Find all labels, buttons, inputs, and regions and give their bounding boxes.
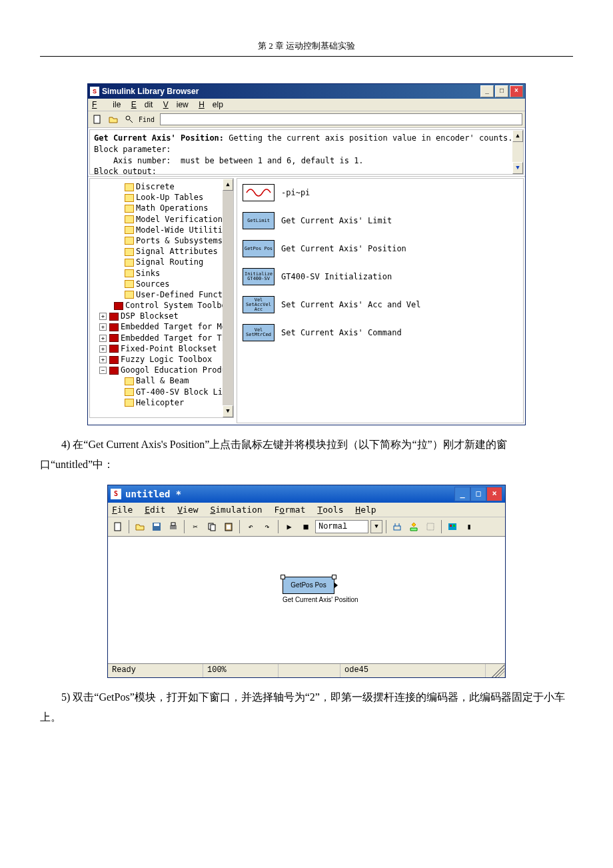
tree-item[interactable]: Signal Attributes (90, 246, 233, 257)
new-button[interactable] (111, 519, 125, 534)
print-button[interactable] (166, 519, 181, 534)
block-item[interactable]: GetLimit Get Current Axis' Limit (243, 212, 518, 229)
simulation-mode-select[interactable]: Normal (315, 520, 368, 533)
tree-item[interactable]: +Embedded Target for TI C6000 D (90, 333, 233, 343)
setaccvel-icon: Vel SetAccVel Acc (243, 296, 275, 313)
tree-item[interactable]: Sinks (90, 268, 233, 279)
desc-scrollbar[interactable]: ▲ ▼ (512, 130, 523, 174)
scroll-down-icon[interactable]: ▼ (223, 405, 233, 417)
output-port-icon[interactable] (334, 583, 338, 588)
tree-item[interactable]: Discrete (90, 181, 233, 192)
menu-edit[interactable]: Edit (131, 100, 153, 109)
titlebar[interactable]: S untitled * _ □ × (108, 485, 505, 503)
tree-item[interactable]: +DSP Blockset (90, 311, 233, 321)
maximize-button[interactable]: □ (470, 487, 486, 501)
menu-help[interactable]: Help (355, 505, 376, 515)
tree-item[interactable]: Control System Toolbox (90, 300, 233, 311)
menubar: File Edit View Help (88, 99, 525, 111)
tree-item[interactable]: Ball & Beam (90, 375, 233, 386)
tree-item[interactable]: Signal Routing (90, 257, 233, 267)
tool-icon[interactable] (390, 519, 404, 534)
tool-icon[interactable]: ▮ (462, 519, 476, 534)
tool-icon[interactable] (406, 519, 421, 534)
minimize-button[interactable]: _ (480, 85, 494, 97)
simulink-library-browser-window: S Simulink Library Browser _ □ × File Ed… (87, 83, 526, 425)
menu-format[interactable]: Format (275, 505, 306, 515)
redo-button[interactable]: ↷ (260, 519, 275, 534)
untitled-model-window: S untitled * _ □ × File Edit View Simula… (107, 485, 506, 678)
find-icon[interactable] (123, 113, 136, 126)
menu-view[interactable]: View (163, 100, 189, 109)
tree-item[interactable]: Helicopter (90, 397, 233, 408)
find-label: Find (139, 116, 155, 123)
tree-item[interactable]: +Fixed-Point Blockset (90, 343, 233, 354)
tree-item[interactable]: GT-400-SV Block Library (90, 387, 233, 397)
new-button[interactable] (91, 113, 104, 126)
menu-file[interactable]: File (112, 505, 133, 515)
scroll-up-icon[interactable]: ▲ (223, 179, 233, 191)
init-icon: Initialize GT400-SV (243, 268, 275, 285)
tree-item[interactable]: +Embedded Target for Motorola M (90, 321, 233, 332)
scroll-up-icon[interactable]: ▲ (512, 130, 523, 142)
block-item-getpos[interactable]: GetPos Pos Get Current Axis' Position (243, 240, 518, 257)
open-button[interactable] (133, 519, 147, 534)
resize-grip-icon[interactable] (486, 664, 505, 677)
undo-button[interactable]: ↶ (243, 519, 258, 534)
copy-button[interactable] (205, 519, 219, 534)
svg-rect-6 (170, 525, 177, 529)
svg-rect-3 (115, 523, 121, 531)
tree-scrollbar[interactable]: ▲ ▼ (223, 179, 233, 417)
block-item[interactable]: Initialize GT400-SV GT400-SV Initializat… (243, 268, 518, 285)
menu-file[interactable]: File (92, 100, 121, 109)
minimize-button[interactable]: _ (454, 487, 470, 501)
start-button[interactable]: ▶ (282, 519, 297, 534)
paste-button[interactable] (221, 519, 236, 534)
library-tree[interactable]: Discrete Look-Up Tables Math Operations … (89, 178, 234, 418)
svg-rect-16 (448, 523, 456, 530)
close-button[interactable]: × (486, 487, 502, 501)
menu-tools[interactable]: Tools (317, 505, 343, 515)
tool-icon[interactable] (423, 519, 438, 534)
menu-help[interactable]: Help (199, 100, 223, 109)
svg-rect-12 (394, 526, 400, 530)
block-item[interactable]: Vel SetMtrCmd Set Current Axis' Command (243, 324, 518, 341)
tree-item[interactable]: +Fuzzy Logic Toolbox (90, 354, 233, 365)
model-canvas[interactable]: GetPos Pos Get Current Axis' Position (108, 537, 505, 663)
status-solver: ode45 (340, 664, 486, 677)
library-browser-button[interactable] (445, 519, 460, 534)
description-pane: Get Current Axis' Position: Getting the … (89, 129, 524, 175)
menu-simulation[interactable]: Simulation (210, 505, 262, 515)
block-item[interactable]: Vel SetAccVel Acc Set Current Axis' Acc … (243, 296, 518, 313)
save-button[interactable] (149, 519, 164, 534)
cut-button[interactable]: ✂ (188, 519, 203, 534)
tree-item[interactable]: Sources (90, 279, 233, 289)
statusbar: Ready 100% ode45 (108, 663, 505, 677)
titlebar[interactable]: S Simulink Library Browser _ □ × (88, 84, 525, 99)
menu-edit[interactable]: Edit (145, 505, 165, 515)
tree-item[interactable]: Look-Up Tables (90, 192, 233, 203)
menu-view[interactable]: View (177, 505, 198, 515)
tree-item[interactable]: −Googol Education Products (90, 365, 233, 375)
paragraph-5: 5) 双击“GetPos”模块，打开如下窗口，并选择轴号为“2”，即第一级摆杆连… (40, 687, 573, 728)
svg-point-1 (126, 116, 130, 120)
block-caption: Get Current Axis' Position (283, 596, 358, 603)
tree-item[interactable]: User-Defined Functions (90, 289, 233, 300)
block-item[interactable]: -pi~pi (243, 184, 518, 201)
maximize-button[interactable]: □ (495, 85, 508, 97)
open-button[interactable] (107, 113, 120, 126)
status-ready: Ready (108, 664, 203, 677)
tree-item[interactable]: Model-Wide Utilities (90, 225, 233, 235)
find-input[interactable] (160, 113, 522, 125)
svg-rect-5 (154, 523, 159, 526)
stop-button[interactable]: ■ (299, 519, 313, 534)
svg-line-2 (130, 120, 133, 123)
tree-item[interactable]: Math Operations (90, 203, 233, 213)
tree-item[interactable]: Model Verification (90, 214, 233, 225)
sine-icon (243, 184, 275, 201)
scroll-down-icon[interactable]: ▼ (512, 162, 523, 174)
tree-item[interactable]: Ports & Subsystems (90, 235, 233, 246)
getpos-block[interactable]: GetPos Pos Get Current Axis' Position (283, 577, 358, 603)
close-button[interactable]: × (510, 85, 523, 97)
dropdown-icon[interactable]: ▼ (370, 520, 382, 533)
toolbar: ✂ ↶ ↷ ▶ ■ Normal ▼ ▮ (108, 517, 505, 537)
